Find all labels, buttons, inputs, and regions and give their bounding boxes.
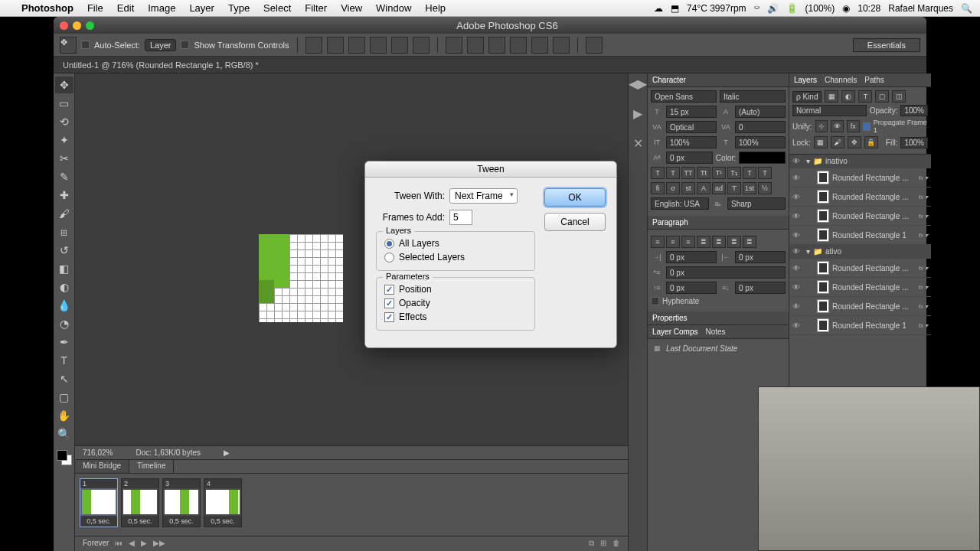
align-icon[interactable] bbox=[413, 37, 430, 54]
lock-transparent-icon[interactable]: ▦ bbox=[814, 136, 828, 148]
zoom-level[interactable]: 716,02% bbox=[83, 448, 113, 457]
menu-edit[interactable]: Edit bbox=[117, 2, 134, 14]
fx-icon[interactable]: fx ▾ bbox=[919, 174, 928, 181]
indent-right-field[interactable]: 0 px bbox=[735, 251, 786, 263]
propagate-checkbox[interactable] bbox=[863, 122, 871, 131]
fx-icon[interactable]: fx ▾ bbox=[919, 322, 928, 329]
visibility-icon[interactable]: 👁 bbox=[792, 157, 803, 165]
actions-panel-icon[interactable]: ✕ bbox=[633, 136, 643, 151]
stamp-tool[interactable]: ⧇ bbox=[55, 223, 74, 240]
fx-icon[interactable]: fx ▾ bbox=[919, 265, 928, 272]
loop-dropdown[interactable]: Forever bbox=[83, 539, 109, 547]
menu-select[interactable]: Select bbox=[263, 2, 291, 14]
status-arrow-icon[interactable]: ▶ bbox=[224, 448, 230, 457]
wifi-icon[interactable]: ⌔ bbox=[754, 3, 760, 14]
clock[interactable]: 10:28 bbox=[858, 3, 880, 14]
color-swatches[interactable] bbox=[57, 450, 72, 465]
type-tool[interactable]: T bbox=[55, 352, 74, 369]
visibility-icon[interactable]: 👁 bbox=[792, 283, 803, 292]
frame-1[interactable]: 1 0,5 sec. bbox=[80, 478, 118, 527]
brush-tool[interactable]: 🖌 bbox=[55, 205, 74, 222]
new-frame-button[interactable]: ⊞ bbox=[600, 539, 606, 547]
pen-tool[interactable]: ✒ bbox=[55, 334, 74, 350]
ok-button[interactable]: OK bbox=[544, 188, 606, 207]
tab-timeline[interactable]: Timeline bbox=[129, 460, 174, 473]
filter-smart-icon[interactable]: ◫ bbox=[892, 90, 906, 103]
auto-select-checkbox[interactable] bbox=[81, 41, 90, 49]
layer-item[interactable]: 👁Rounded Rectangle ...fx ▾ bbox=[789, 297, 931, 316]
visibility-icon[interactable]: 👁 bbox=[792, 264, 803, 272]
frames-to-add-input[interactable] bbox=[449, 210, 472, 225]
titling-button[interactable]: A bbox=[697, 182, 710, 194]
stylistic-button[interactable]: st bbox=[681, 182, 695, 194]
justify-center-button[interactable]: ≣ bbox=[712, 236, 726, 248]
lasso-tool[interactable]: ⟲ bbox=[55, 113, 74, 130]
minimize-window-button[interactable] bbox=[73, 21, 81, 30]
discr-button[interactable]: 1st bbox=[743, 182, 756, 194]
visibility-icon[interactable]: 👁 bbox=[792, 212, 803, 220]
hand-tool[interactable]: ✋ bbox=[55, 407, 74, 424]
firstline-field[interactable]: 0 px bbox=[666, 266, 786, 279]
layer-item[interactable]: 👁Rounded Rectangle ...fx ▾ bbox=[789, 168, 931, 187]
crop-tool[interactable]: ✂ bbox=[55, 150, 74, 167]
tab-mini-bridge[interactable]: Mini Bridge bbox=[75, 460, 129, 473]
lang-field[interactable]: English: USA bbox=[651, 197, 709, 210]
layers-tab[interactable]: Layers bbox=[794, 76, 817, 84]
blur-tool[interactable]: 💧 bbox=[55, 297, 74, 314]
align-icon[interactable] bbox=[370, 37, 387, 54]
space-before-field[interactable]: 0 px bbox=[666, 282, 717, 294]
workspace-switcher[interactable]: Essentials bbox=[853, 38, 920, 52]
unify-style-icon[interactable]: fx bbox=[847, 120, 860, 132]
shape-tool[interactable]: ▢ bbox=[55, 389, 74, 406]
visibility-icon[interactable]: 👁 bbox=[792, 302, 803, 311]
layer-item[interactable]: 👁Rounded Rectangle ...fx ▾ bbox=[789, 187, 931, 207]
frame-4[interactable]: 4 0,5 sec. bbox=[204, 478, 242, 527]
paragraph-tab[interactable]: Paragraph bbox=[652, 218, 688, 227]
visibility-icon[interactable]: 👁 bbox=[792, 174, 803, 182]
layer-comps-tab[interactable]: Layer Comps bbox=[652, 328, 697, 336]
aa-field[interactable]: Sharp bbox=[727, 197, 786, 210]
menu-image[interactable]: Image bbox=[148, 2, 175, 14]
delete-frame-button[interactable]: 🗑 bbox=[612, 539, 620, 547]
volume-icon[interactable]: 🔊 bbox=[767, 3, 779, 14]
wand-tool[interactable]: ✦ bbox=[55, 132, 74, 148]
hyphenate-checkbox[interactable] bbox=[651, 297, 659, 305]
lock-all-icon[interactable]: 🔒 bbox=[864, 136, 878, 148]
eraser-tool[interactable]: ◧ bbox=[55, 260, 74, 277]
tween-with-dropdown[interactable]: Next Frame bbox=[449, 188, 518, 204]
italic-button[interactable]: T bbox=[666, 167, 680, 179]
dodge-tool[interactable]: ◔ bbox=[55, 315, 74, 332]
battery-icon[interactable]: 🔋 bbox=[786, 3, 798, 14]
channels-tab[interactable]: Channels bbox=[825, 76, 857, 84]
prev-frame-button[interactable]: ◀ bbox=[129, 539, 135, 547]
ordinal-button[interactable]: ad bbox=[712, 182, 726, 194]
distribute-icon[interactable] bbox=[446, 37, 462, 54]
spotlight-icon[interactable]: 🔍 bbox=[961, 3, 972, 14]
filter-pixel-icon[interactable]: ▦ bbox=[825, 90, 838, 103]
properties-tab[interactable]: Properties bbox=[652, 314, 688, 322]
unify-visibility-icon[interactable]: 👁 bbox=[831, 120, 844, 132]
align-left-button[interactable]: ≡ bbox=[651, 236, 665, 248]
blend-mode[interactable]: Normal bbox=[792, 105, 867, 116]
layer-item[interactable]: 👁Rounded Rectangle ...fx ▾ bbox=[789, 278, 931, 297]
justify-right-button[interactable]: ≣ bbox=[727, 236, 741, 248]
visibility-icon[interactable]: 👁 bbox=[792, 231, 803, 240]
caps-button[interactable]: TT bbox=[681, 167, 695, 179]
align-right-button[interactable]: ≡ bbox=[681, 236, 695, 248]
hscale-field[interactable]: 100% bbox=[735, 136, 786, 148]
eyedropper-tool[interactable]: ✎ bbox=[55, 168, 74, 185]
position-checkbox[interactable]: ✓Position bbox=[384, 284, 527, 295]
all-layers-radio[interactable]: All Layers bbox=[384, 238, 527, 249]
vscale-field[interactable]: 100% bbox=[666, 136, 717, 148]
strike-button[interactable]: T bbox=[758, 167, 772, 179]
distribute-icon[interactable] bbox=[488, 37, 505, 54]
ligature-button[interactable]: fi bbox=[651, 182, 665, 194]
layer-group-inativo[interactable]: 👁▾📁inativo bbox=[789, 155, 931, 168]
distribute-icon[interactable] bbox=[531, 37, 548, 54]
align-icon[interactable] bbox=[305, 37, 322, 54]
font-size-field[interactable]: 15 px bbox=[666, 106, 717, 118]
menu-type[interactable]: Type bbox=[228, 2, 250, 14]
close-window-button[interactable] bbox=[60, 21, 68, 30]
tracking-field[interactable]: 0 bbox=[735, 121, 786, 133]
effects-checkbox[interactable]: ✓Effects bbox=[384, 311, 527, 322]
